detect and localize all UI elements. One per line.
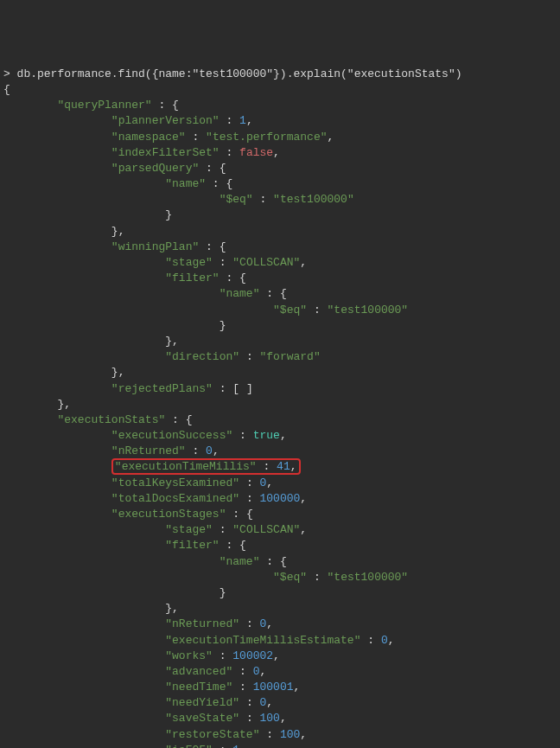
need-time: 100001 xyxy=(253,681,294,694)
advanced: 0 xyxy=(253,665,260,678)
namespace: "test.performance" xyxy=(206,131,327,144)
index-filter-set: false xyxy=(239,146,273,159)
exec-time-estimate: 0 xyxy=(381,634,388,647)
rejected-plans: [ ] xyxy=(232,382,252,395)
works: 100002 xyxy=(232,649,273,662)
is-eof: 1 xyxy=(232,744,239,748)
n-returned: 0 xyxy=(206,444,213,457)
total-docs-examined: 100000 xyxy=(260,492,301,505)
exec-stage: "COLLSCAN" xyxy=(232,523,300,536)
planner-version: 1 xyxy=(239,114,246,127)
winning-filter-eq: "test100000" xyxy=(328,304,409,316)
exec-filter-eq: "test100000" xyxy=(328,571,409,584)
save-state: 100 xyxy=(260,712,280,725)
highlighted-execution-time: "executionTimeMillis" : 41, xyxy=(111,458,301,475)
terminal-output: > db.performance.find({name:"test100000"… xyxy=(3,67,557,748)
execution-time-millis: 41 xyxy=(277,460,290,473)
execution-success: true xyxy=(253,429,280,442)
winning-stage: "COLLSCAN" xyxy=(232,256,300,269)
command-prompt: > db.performance.find({name:"test100000"… xyxy=(3,67,462,80)
winning-direction: "forward" xyxy=(260,350,321,363)
restore-state: 100 xyxy=(280,728,300,741)
parsed-query-eq: "test100000" xyxy=(273,193,354,206)
